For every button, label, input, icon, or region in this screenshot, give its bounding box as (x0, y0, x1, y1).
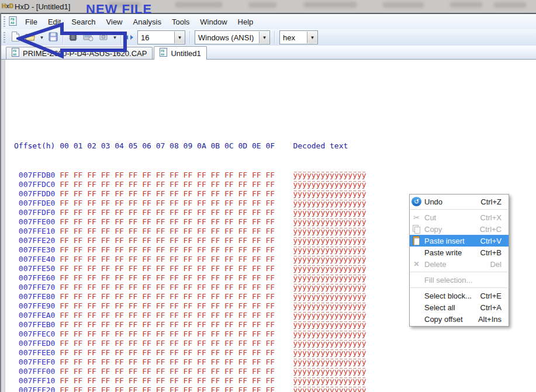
menu-separator (410, 272, 508, 272)
tab-prime-cap-file[interactable]: FBA0PRIME-Z690-P-D4-ASUS-1620.CAP (6, 47, 153, 59)
svg-text:A0: A0 (11, 21, 15, 25)
hex-row[interactable]: 007FFEF0 FF FF FF FF FF FF FF FF FF FF F… (14, 358, 366, 367)
left-margin-strip (1, 60, 5, 392)
hex-row[interactable]: 007FFDE0 FF FF FF FF FF FF FF FF FF FF F… (14, 199, 366, 208)
save-button[interactable] (46, 30, 61, 44)
menu-item-label: Paste insert (424, 237, 480, 245)
open-dropdown-icon[interactable]: ▼ (38, 30, 46, 44)
hxd-app-icon: HxD (2, 3, 11, 12)
hex-row[interactable]: 007FFE40 FF FF FF FF FF FF FF FF FF FF F… (14, 255, 366, 264)
hex-row[interactable]: 007FFE00 FF FF FF FF FF FF FF FF FF FF F… (14, 217, 366, 227)
menu-item-label: Copy (424, 225, 480, 234)
hex-row[interactable]: 007FFDB0 FF FF FF FF FF FF FF FF FF FF F… (14, 171, 366, 180)
document-icon: FBA0 (12, 48, 19, 58)
hex-row[interactable]: 007FFE60 FF FF FF FF FF FF FF FF FF FF F… (14, 273, 366, 283)
annotation-text: NEW FILE (86, 2, 152, 17)
menu-edit[interactable]: Edit (43, 16, 66, 28)
menu-item-label: Select block... (424, 292, 480, 300)
bytes-per-row-value: 16 (138, 33, 174, 42)
chevron-down-icon[interactable]: ▼ (307, 32, 317, 43)
menu-item-label: Undo (424, 197, 480, 206)
context-menu: ↺UndoCtrl+Z✂CutCtrl+XCopyCtrl+CPaste ins… (409, 194, 509, 327)
menu-item-shortcut: Del (490, 260, 509, 269)
menu-file[interactable]: File (20, 16, 43, 28)
menu-item-label: Copy offset (424, 315, 478, 324)
hex-row[interactable]: 007FFF00 FF FF FF FF FF FF FF FF FF FF F… (14, 367, 366, 376)
menubar-items: FileEditSearchViewAnalysisToolsWindowHel… (20, 16, 258, 28)
open-file-button[interactable] (23, 30, 38, 44)
hex-row[interactable]: 007FFF10 FF FF FF FF FF FF FF FF FF FF F… (14, 376, 366, 386)
base-combo[interactable]: hex ▼ (279, 30, 318, 44)
toolbar-gripper[interactable] (3, 16, 6, 27)
delete-icon: ✕ (411, 259, 421, 269)
open-disk-button[interactable] (65, 30, 81, 44)
menu-tools[interactable]: Tools (167, 16, 195, 28)
menu-help[interactable]: Help (233, 16, 259, 28)
undo-icon: ↺ (411, 197, 421, 206)
tab-untitled1[interactable]: FBA0Untitled1 (154, 46, 206, 60)
open-file-icon (25, 33, 36, 43)
title-bar: HxD HxD - [Untitled1] (0, 0, 70, 13)
hex-row[interactable]: 007FFDF0 FF FF FF FF FF FF FF FF FF FF F… (14, 208, 366, 217)
menu-search[interactable]: Search (66, 16, 101, 28)
hex-row[interactable]: 007FFEE0 FF FF FF FF FF FF FF FF FF FF F… (14, 348, 366, 358)
hex-row[interactable]: 007FFE70 FF FF FF FF FF FF FF FF FF FF F… (14, 283, 366, 292)
bytes-per-row-combo[interactable]: 16 ▼ (137, 30, 185, 44)
cut-icon: ✂ (411, 213, 421, 222)
context-menu-item-paste-write[interactable]: Paste writeCtrl+B (410, 247, 509, 258)
menu-item-shortcut: Ctrl+V (480, 237, 509, 245)
open-ram-button[interactable] (81, 30, 96, 44)
hex-row[interactable]: 007FFEB0 FF FF FF FF FF FF FF FF FF FF F… (14, 320, 366, 329)
paste-icon (411, 236, 421, 245)
menu-analysis[interactable]: Analysis (128, 16, 167, 28)
context-menu-item-paste-insert[interactable]: Paste insertCtrl+V (410, 235, 509, 247)
context-menu-item-undo[interactable]: ↺UndoCtrl+Z (410, 196, 509, 207)
menu-separator (410, 209, 508, 210)
hex-row[interactable]: 007FFE50 FF FF FF FF FF FF FF FF FF FF F… (14, 264, 366, 273)
nav-arrows-button[interactable] (123, 30, 135, 44)
context-menu-item-cut: ✂CutCtrl+X (410, 211, 509, 223)
hex-row[interactable]: 007FFEC0 FF FF FF FF FF FF FF FF FF FF F… (14, 329, 366, 339)
hex-row[interactable]: 007FFE80 FF FF FF FF FF FF FF FF FF FF F… (14, 292, 366, 301)
hex-row[interactable]: 007FFDC0 FF FF FF FF FF FF FF FF FF FF F… (14, 180, 366, 189)
encoding-combo[interactable]: Windows (ANSI) ▼ (195, 30, 270, 44)
hex-row[interactable]: 007FFDD0 FF FF FF FF FF FF FF FF FF FF F… (14, 189, 366, 199)
context-menu-item-select-block[interactable]: Select block...Ctrl+E (410, 290, 509, 301)
hex-row[interactable]: 007FFE20 FF FF FF FF FF FF FF FF FF FF F… (14, 236, 366, 245)
document-icon: FB A0 (9, 16, 17, 27)
menu-item-shortcut: Alt+Ins (478, 315, 509, 324)
hex-row[interactable]: 007FFF20 FF FF FF FF FF FF FF FF FF FF F… (14, 386, 366, 392)
hex-row[interactable]: 007FFED0 FF FF FF FF FF FF FF FF FF FF F… (14, 339, 366, 348)
hex-pane: Offset(h) 00 01 02 03 04 05 06 07 08 09 … (14, 124, 366, 392)
chevron-down-icon[interactable]: ▼ (174, 32, 185, 43)
svg-text:A0: A0 (161, 53, 164, 56)
hex-row[interactable]: 007FFE30 FF FF FF FF FF FF FF FF FF FF F… (14, 245, 366, 255)
toolbar: ▼ ▼ 16 ▼ Windows (ANSI) ▼ hex ▼ (1, 29, 536, 46)
save-icon (49, 32, 58, 43)
tab-label: PRIME-Z690-P-D4-ASUS-1620.CAP (23, 49, 147, 58)
chevron-down-icon[interactable]: ▼ (259, 32, 269, 43)
menu-item-shortcut: Ctrl+A (480, 303, 509, 312)
hex-row[interactable]: 007FFEA0 FF FF FF FF FF FF FF FF FF FF F… (14, 311, 366, 320)
hex-rows: 007FFDB0 FF FF FF FF FF FF FF FF FF FF F… (14, 171, 366, 392)
context-menu-item-select-all[interactable]: Select allCtrl+A (410, 301, 509, 313)
menu-item-shortcut: Ctrl+B (480, 248, 509, 257)
menu-window[interactable]: Window (195, 16, 232, 28)
menu-item-label: Fill selection... (424, 276, 502, 285)
hex-row[interactable]: 007FFE90 FF FF FF FF FF FF FF FF FF FF F… (14, 301, 366, 311)
new-file-button[interactable] (8, 30, 23, 44)
toolbar-gripper-2[interactable] (3, 32, 6, 43)
context-menu-item-fill-selection: Fill selection... (410, 274, 509, 286)
context-menu-item-copy: CopyCtrl+C (410, 223, 509, 235)
menu-separator (410, 287, 508, 288)
background-window (0, 0, 536, 13)
menu-item-label: Delete (424, 260, 490, 269)
process-dropdown-icon[interactable]: ▼ (111, 30, 119, 44)
context-menu-item-copy-offset[interactable]: Copy offsetAlt+Ins (410, 313, 509, 325)
hex-row[interactable]: 007FFE10 FF FF FF FF FF FF FF FF FF FF F… (14, 227, 366, 236)
open-process-button[interactable] (96, 30, 111, 44)
open-process-icon (99, 32, 108, 43)
menu-view[interactable]: View (101, 16, 128, 28)
nav-arrows-icon (125, 33, 134, 42)
open-disk-icon (68, 32, 78, 43)
